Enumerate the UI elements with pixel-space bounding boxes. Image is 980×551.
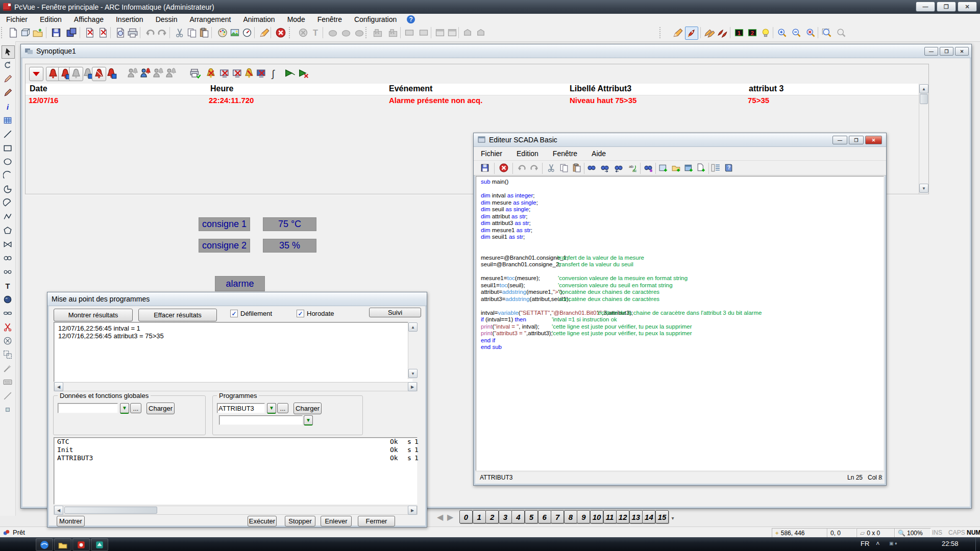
gwin-icon[interactable] [434,27,446,39]
executer-button[interactable]: Exécuter [248,516,277,527]
ecut-icon[interactable] [546,162,557,173]
eplus1-icon[interactable] [658,162,669,173]
help-icon[interactable]: ? [407,15,415,23]
pencil-icon[interactable] [258,27,271,39]
eplus3-icon[interactable] [683,162,695,173]
plan-button-3[interactable]: 3 [499,510,512,523]
pie-tool-icon[interactable] [2,183,14,195]
app-icon[interactable] [91,538,108,551]
show-desktop-button[interactable] [975,537,980,551]
scroll-thumb[interactable] [64,507,157,514]
menu-dessin[interactable]: Dessin [150,14,184,24]
badge1-icon[interactable]: 1 [733,27,745,39]
program-list-row[interactable]: GTCOks1 [54,438,417,446]
globals-dropdown-icon[interactable]: ▼ [120,403,129,414]
enlever-button[interactable]: Enlever [321,516,352,527]
close-button[interactable]: ✕ [958,2,977,12]
grid-tool-icon[interactable] [2,114,14,127]
zin-icon[interactable] [776,27,788,39]
plan-button-1[interactable]: 1 [473,510,486,523]
scroll-down-icon[interactable]: ▼ [408,369,418,378]
fermer-button[interactable]: Fermer [358,516,395,527]
taskbar-language[interactable]: FR [861,540,869,547]
child-close-button[interactable]: ✕ [955,47,969,56]
gT-icon[interactable]: T [309,27,322,39]
montrer-resultats-button[interactable]: Montrer résultats [54,309,133,321]
menu-animation[interactable]: Animation [237,14,281,24]
bulb-icon[interactable] [760,27,772,39]
menu-configuration[interactable]: Configuration [348,14,403,24]
flagg-icon[interactable] [283,67,297,80]
folder-icon[interactable] [54,538,71,551]
globals-input[interactable] [58,403,118,413]
gblob-icon[interactable] [327,27,339,39]
bellx-icon[interactable] [204,67,217,80]
suivi-button[interactable]: Suivi [369,308,421,317]
scroll-down-icon[interactable]: ▼ [919,184,928,193]
child-restore-button[interactable]: ❐ [940,47,953,56]
menu-affichage[interactable]: Affichage [68,14,110,24]
browser-icon[interactable] [36,538,53,551]
plan-button-10[interactable]: 10 [590,510,603,523]
checkbox-icon[interactable]: ✓ [230,310,238,317]
xpage-icon[interactable] [84,27,96,39]
sq-tool-icon[interactable] [2,404,14,416]
program-dropdown2-icon[interactable]: ▼ [304,415,313,425]
plan-button-15[interactable]: 15 [655,510,669,523]
pbellR-icon[interactable] [139,67,152,80]
gauge-icon[interactable] [241,27,253,39]
column-header[interactable]: attribut 3 [749,84,783,93]
zx-icon[interactable] [804,27,817,39]
column-header[interactable]: Date [30,84,47,93]
info-tool-icon[interactable]: i [2,101,14,113]
grect-icon[interactable] [418,27,430,39]
gbuild-icon[interactable] [387,27,399,39]
program-list[interactable]: GTCOks1InitOks1ATTRIBUT3Oks1 [54,437,418,505]
checkbox-horodate[interactable]: ✓Horodate [297,310,334,317]
plan-button-14[interactable]: 14 [642,510,655,523]
plan-next-icon[interactable]: ▶ [447,512,453,522]
preview-icon[interactable] [114,27,127,39]
globals-charger-button[interactable]: Charger [146,403,175,414]
editor-close-button[interactable]: ✕ [865,136,882,144]
grect-icon[interactable] [403,27,415,39]
pbellG3-icon[interactable] [164,67,178,80]
consigne1-value[interactable]: 75 °C [263,217,316,231]
diag-tool-icon[interactable] [2,390,14,402]
program-browse-button[interactable]: ... [277,403,288,413]
select-tool-icon[interactable] [2,45,15,59]
program-charger-button[interactable]: Charger [293,403,322,414]
xpage-icon[interactable] [97,27,109,39]
efindm-icon[interactable] [643,162,654,173]
ellipse-tool-icon[interactable] [2,156,14,168]
zgray-icon[interactable] [835,27,847,39]
status-zoom[interactable]: 🔍100% [894,528,931,538]
link-tool-icon[interactable] [2,307,14,319]
box3d-icon[interactable] [19,27,32,39]
resize-grip-icon[interactable]: .:: [878,474,883,481]
eplus4-icon[interactable] [696,162,707,173]
pbellG2-icon[interactable] [152,67,165,80]
zregion-icon[interactable] [821,27,833,39]
circx-tool-icon[interactable] [2,335,14,347]
paste-icon[interactable] [198,27,210,39]
plan-button-13[interactable]: 13 [629,510,643,523]
gbuild-icon[interactable] [372,27,384,39]
gshape-icon[interactable] [461,27,474,39]
chord-tool-icon[interactable] [2,197,14,209]
plan-button-8[interactable]: 8 [564,510,577,523]
alarm-table-row[interactable]: 12/07/1622:24:11.720Alarme présente non … [26,96,919,106]
plan-button-4[interactable]: 4 [511,510,525,523]
child-minimize-button[interactable]: — [924,47,938,56]
pencilo-icon[interactable] [672,27,684,39]
debug-output[interactable]: 12/07/16,22:56:45 intval = 112/07/16,22:… [54,322,413,382]
disks-icon[interactable] [65,27,78,39]
scroll-right-icon[interactable]: ▶ [408,506,417,515]
consigne2-value[interactable]: 35 % [263,239,316,253]
toolbar-grip[interactable] [659,27,663,38]
program-dropdown-icon[interactable]: ▼ [267,403,276,414]
program-list-row[interactable]: ATTRIBUT3Oks1 [54,454,417,462]
gcirc-icon[interactable] [297,27,309,39]
editor-restore-button[interactable]: ❐ [849,136,864,144]
minimize-button[interactable]: — [916,2,935,12]
